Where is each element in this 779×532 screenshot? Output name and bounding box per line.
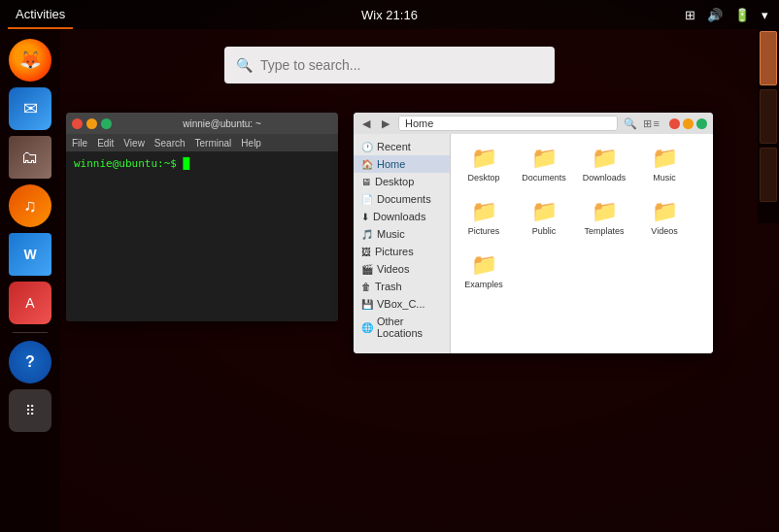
terminal-menubar: File Edit View Search Terminal Help bbox=[66, 134, 338, 151]
fm-sidebar-other[interactable]: 🌐 Other Locations bbox=[354, 313, 450, 342]
fm-sidebar-videos[interactable]: 🎬 Videos bbox=[354, 260, 450, 278]
vbox-icon: 💾 bbox=[361, 299, 373, 310]
fm-file-music[interactable]: 📁 Music bbox=[637, 140, 692, 187]
fm-forward-btn[interactable]: ▶ bbox=[379, 116, 392, 131]
examples-folder-icon: 📁 bbox=[466, 250, 501, 280]
network-icon[interactable]: ⊞ bbox=[682, 6, 698, 24]
fm-sidebar-documents-label: Documents bbox=[377, 193, 431, 205]
sound-dock-icon: ♫ bbox=[23, 196, 37, 216]
workspace-thumb-1[interactable] bbox=[760, 31, 777, 85]
fm-max-btn[interactable] bbox=[696, 118, 707, 129]
desktop-folder-icon: 📁 bbox=[466, 144, 501, 173]
filemanager-window[interactable]: ◀ ▶ Home 🔍 ⊞ ≡ 🕐 R bbox=[354, 113, 713, 353]
dock: 🦊 ✉ 🗂 ♫ W A ? ⠿ bbox=[0, 29, 60, 532]
fm-file-downloads[interactable]: 📁 Downloads bbox=[577, 140, 631, 187]
terminal-menu-help[interactable]: Help bbox=[241, 138, 261, 149]
firefox-icon: 🦊 bbox=[19, 50, 41, 71]
fm-sidebar-home[interactable]: 🏠 Home bbox=[354, 155, 450, 173]
fm-sidebar-videos-label: Videos bbox=[377, 263, 409, 275]
examples-folder-label: Examples bbox=[464, 280, 503, 290]
workspace-thumb-2[interactable] bbox=[760, 89, 777, 144]
videos-folder-label: Videos bbox=[651, 226, 677, 237]
music-folder-icon: 📁 bbox=[647, 144, 682, 173]
fm-grid-view-btn[interactable]: ⊞ bbox=[643, 117, 652, 130]
fm-file-public[interactable]: 📁 Public bbox=[517, 193, 571, 241]
fm-file-desktop[interactable]: 📁 Desktop bbox=[457, 140, 511, 187]
dock-separator bbox=[13, 332, 48, 333]
fm-file-examples[interactable]: 📁 Examples bbox=[457, 247, 511, 294]
activities-button[interactable]: Activities bbox=[8, 0, 73, 29]
search-input[interactable] bbox=[260, 57, 543, 73]
fm-sidebar-other-label: Other Locations bbox=[377, 316, 442, 339]
dock-writer[interactable]: W bbox=[9, 233, 51, 276]
dock-sound[interactable]: ♫ bbox=[9, 184, 51, 227]
fm-sidebar-downloads[interactable]: ⬇ Downloads bbox=[354, 208, 450, 225]
workspace-thumb-3[interactable] bbox=[760, 148, 777, 202]
pictures-icon: 🖼 bbox=[361, 247, 371, 257]
fm-list-view-btn[interactable]: ≡ bbox=[654, 117, 660, 130]
fm-sidebar-downloads-label: Downloads bbox=[373, 211, 425, 222]
fm-sidebar-music[interactable]: 🎵 Music bbox=[354, 225, 450, 243]
appstore-icon: A bbox=[25, 295, 34, 311]
videos-folder-icon: 📁 bbox=[647, 197, 682, 226]
fm-sidebar-recent[interactable]: 🕐 Recent bbox=[354, 138, 450, 155]
fm-search-icon[interactable]: 🔍 bbox=[624, 117, 637, 130]
dock-files[interactable]: 🗂 bbox=[9, 136, 51, 179]
fm-file-videos[interactable]: 📁 Videos bbox=[637, 193, 692, 241]
terminal-close-btn[interactable] bbox=[72, 118, 83, 129]
fm-min-btn[interactable] bbox=[683, 118, 694, 129]
terminal-title: winnie@ubuntu: ~ bbox=[112, 118, 332, 129]
terminal-cursor: █ bbox=[184, 157, 190, 170]
terminal-minimize-btn[interactable] bbox=[86, 118, 97, 129]
sound-icon[interactable]: 🔊 bbox=[704, 6, 726, 24]
fm-back-btn[interactable]: ◀ bbox=[359, 116, 373, 131]
terminal-menu-file[interactable]: File bbox=[72, 138, 87, 149]
fm-sidebar-trash[interactable]: 🗑 Trash bbox=[354, 278, 450, 295]
documents-folder-icon: 📁 bbox=[526, 144, 561, 173]
terminal-menu-terminal[interactable]: Terminal bbox=[195, 138, 232, 149]
topbar: Activities Wix 21:16 ⊞ 🔊 🔋 ▾ bbox=[0, 0, 779, 29]
pictures-folder-icon: 📁 bbox=[466, 197, 501, 226]
topbar-right: ⊞ 🔊 🔋 ▾ bbox=[682, 6, 771, 24]
writer-icon: W bbox=[23, 247, 36, 262]
pictures-folder-label: Pictures bbox=[468, 226, 500, 237]
trash-icon: 🗑 bbox=[361, 282, 371, 292]
fm-file-documents[interactable]: 📁 Documents bbox=[517, 140, 571, 187]
fm-sidebar-vbox[interactable]: 💾 VBox_C... bbox=[354, 295, 450, 313]
dock-email[interactable]: ✉ bbox=[9, 87, 51, 130]
fm-sidebar: 🕐 Recent 🏠 Home 🖥 Desktop 📄 Documents bbox=[354, 134, 451, 353]
public-folder-label: Public bbox=[532, 226, 557, 237]
videos-icon: 🎬 bbox=[361, 264, 373, 275]
files-icon: 🗂 bbox=[21, 148, 39, 168]
search-icon: 🔍 bbox=[236, 57, 253, 73]
terminal-menu-search[interactable]: Search bbox=[154, 138, 186, 149]
fm-sidebar-pictures[interactable]: 🖼 Pictures bbox=[354, 243, 450, 260]
fm-sidebar-desktop-label: Desktop bbox=[375, 176, 414, 187]
system-icon[interactable]: 🔋 bbox=[731, 6, 753, 24]
fm-sidebar-home-label: Home bbox=[377, 158, 405, 170]
terminal-window[interactable]: winnie@ubuntu: ~ File Edit View Search T… bbox=[66, 113, 338, 321]
terminal-menu-edit[interactable]: Edit bbox=[97, 138, 114, 149]
fm-sidebar-documents[interactable]: 📄 Documents bbox=[354, 190, 450, 208]
fm-titlebar: ◀ ▶ Home 🔍 ⊞ ≡ bbox=[354, 113, 713, 134]
fm-sidebar-music-label: Music bbox=[377, 228, 405, 240]
fm-file-pictures[interactable]: 📁 Pictures bbox=[457, 193, 511, 241]
home-icon: 🏠 bbox=[361, 159, 373, 170]
dock-appstore[interactable]: A bbox=[9, 282, 51, 324]
fm-sidebar-pictures-label: Pictures bbox=[375, 246, 414, 257]
fm-view-icons: ⊞ ≡ bbox=[643, 117, 660, 130]
topbar-left: Activities bbox=[8, 0, 73, 29]
dock-help[interactable]: ? bbox=[9, 341, 51, 383]
windows-area: winnie@ubuntu: ~ File Edit View Search T… bbox=[66, 113, 713, 353]
fm-close-btn[interactable] bbox=[669, 118, 680, 129]
dock-firefox[interactable]: 🦊 bbox=[9, 39, 51, 82]
terminal-maximize-btn[interactable] bbox=[101, 118, 112, 129]
downloads-folder-icon: 📁 bbox=[587, 144, 622, 173]
dock-apps[interactable]: ⠿ bbox=[9, 389, 51, 432]
terminal-menu-view[interactable]: View bbox=[123, 138, 145, 149]
dropdown-icon[interactable]: ▾ bbox=[759, 6, 771, 24]
fm-file-templates[interactable]: 📁 Templates bbox=[577, 193, 631, 241]
fm-sidebar-desktop[interactable]: 🖥 Desktop bbox=[354, 173, 450, 190]
terminal-window-buttons bbox=[72, 118, 112, 129]
terminal-body[interactable]: winnie@ubuntu:~$ █ bbox=[66, 151, 338, 321]
